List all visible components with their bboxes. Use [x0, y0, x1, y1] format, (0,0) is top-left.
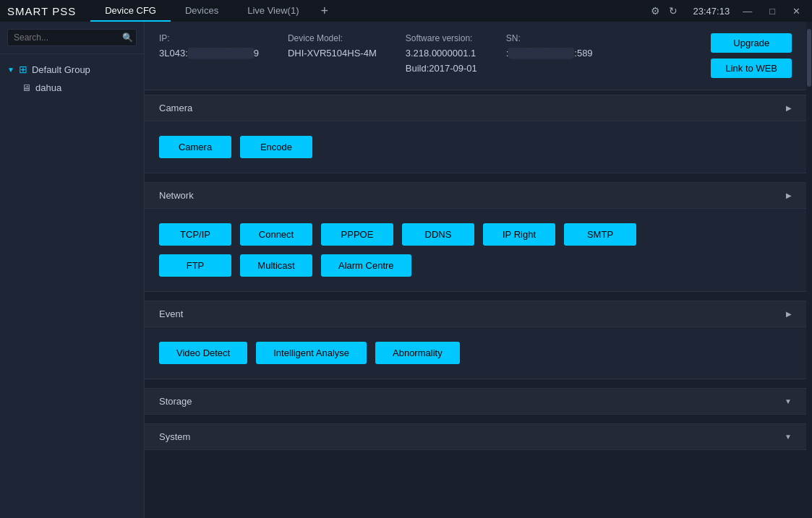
- title-bar: SMART PSS Device CFG Devices Live View(1…: [0, 0, 812, 22]
- sw-group: Software version: 3.218.0000001.1 Build:…: [406, 33, 477, 74]
- storage-section-header[interactable]: Storage ▼: [145, 388, 806, 415]
- connect-button[interactable]: Connect: [240, 223, 312, 246]
- network-arrow-icon: ▶: [786, 191, 792, 199]
- model-group: Device Model: DHI-XVR5104HS-4M: [288, 33, 377, 59]
- refresh-icon[interactable]: ↻: [669, 5, 678, 17]
- search-bar: 🔍: [0, 22, 144, 54]
- ip-group: IP: 3L043:█████████9: [159, 33, 259, 59]
- ddns-button[interactable]: DDNS: [402, 223, 474, 246]
- device-tree: ▼ ⊞ Default Group 🖥 dahua: [0, 54, 144, 518]
- model-label: Device Model:: [288, 33, 377, 43]
- logo-normal: SMART: [7, 5, 52, 17]
- storage-section-title: Storage: [159, 396, 192, 407]
- camera-arrow-icon: ▶: [786, 104, 792, 112]
- upgrade-button[interactable]: Upgrade: [711, 33, 792, 53]
- tree-child-dahua[interactable]: 🖥 dahua: [0, 79, 144, 97]
- alarm-centre-button[interactable]: Alarm Centre: [321, 254, 411, 277]
- tab-add-button[interactable]: +: [314, 4, 336, 19]
- content-area: IP: 3L043:█████████9 Device Model: DHI-X…: [145, 22, 806, 518]
- restore-button[interactable]: □: [765, 6, 779, 17]
- app-logo: SMART PSS: [7, 5, 76, 17]
- main-layout: 🔍 ▼ ⊞ Default Group 🖥 dahua IP: 3L04: [0, 22, 812, 518]
- network-section-header[interactable]: Network ▶: [145, 182, 806, 209]
- close-button[interactable]: ✕: [788, 6, 805, 17]
- device-icon: 🖥: [22, 82, 31, 93]
- sw-version: 3.218.0000001.1: [406, 48, 477, 59]
- ftp-button[interactable]: FTP: [159, 254, 231, 277]
- sn-label: SN:: [506, 33, 593, 43]
- multicast-button[interactable]: Multicast: [240, 254, 312, 277]
- tab-devices[interactable]: Devices: [171, 0, 233, 22]
- scrollbar[interactable]: [806, 22, 812, 518]
- camera-section-body: Camera Encode: [145, 121, 806, 173]
- tree-child-label: dahua: [35, 82, 61, 93]
- event-section-header[interactable]: Event ▶: [145, 301, 806, 327]
- camera-section-header[interactable]: Camera ▶: [145, 95, 806, 121]
- event-arrow-icon: ▶: [786, 310, 792, 318]
- system-section-title: System: [159, 431, 190, 442]
- ip-label: IP:: [159, 33, 259, 43]
- settings-icon[interactable]: ⚙: [651, 5, 660, 17]
- storage-arrow-icon: ▼: [785, 397, 792, 405]
- pppoe-button[interactable]: PPPOE: [321, 223, 393, 246]
- sn-group: SN: :█████████:589: [506, 33, 593, 59]
- sn-value: :█████████:589: [506, 48, 593, 59]
- system-section: System ▼: [145, 423, 806, 450]
- model-value: DHI-XVR5104HS-4M: [288, 48, 377, 59]
- event-section-body: Video Detect Intelligent Analyse Abnorma…: [145, 327, 806, 379]
- camera-section-title: Camera: [159, 103, 192, 113]
- minimize-button[interactable]: —: [738, 6, 756, 17]
- tab-bar: Device CFG Devices Live View(1) +: [90, 0, 650, 22]
- logo-bold: PSS: [52, 5, 76, 17]
- scrollbar-thumb[interactable]: [807, 29, 811, 87]
- tree-group-default[interactable]: ▼ ⊞ Default Group: [0, 60, 144, 79]
- sw-build: Build:2017-09-01: [406, 63, 477, 74]
- video-detect-button[interactable]: Video Detect: [159, 342, 247, 364]
- system-section-header[interactable]: System ▼: [145, 423, 806, 450]
- tree-group-label: Default Group: [32, 64, 90, 75]
- event-section: Event ▶ Video Detect Intelligent Analyse…: [145, 301, 806, 379]
- ip-value: 3L043:█████████9: [159, 48, 259, 59]
- ip-right-button[interactable]: IP Right: [483, 223, 555, 246]
- system-arrow-icon: ▼: [785, 433, 792, 441]
- window-controls: ⚙ ↻ 23:47:13 — □ ✕: [651, 5, 805, 17]
- event-section-title: Event: [159, 308, 183, 319]
- device-info-panel: IP: 3L043:█████████9 Device Model: DHI-X…: [145, 22, 806, 90]
- camera-button[interactable]: Camera: [159, 136, 231, 158]
- camera-section: Camera ▶ Camera Encode: [145, 95, 806, 173]
- intelligent-analyse-button[interactable]: Intelligent Analyse: [256, 342, 367, 364]
- tcpip-button[interactable]: TCP/IP: [159, 223, 231, 246]
- encode-button[interactable]: Encode: [240, 136, 312, 158]
- network-section-body: TCP/IP Connect PPPOE DDNS IP Right SMTP …: [145, 209, 806, 292]
- network-section: Network ▶ TCP/IP Connect PPPOE DDNS IP R…: [145, 182, 806, 292]
- sw-label: Software version:: [406, 33, 477, 43]
- clock: 23:47:13: [693, 6, 730, 17]
- info-buttons: Upgrade Link to WEB: [711, 33, 792, 78]
- smtp-button[interactable]: SMTP: [564, 223, 636, 246]
- search-wrap: 🔍: [7, 29, 137, 46]
- sidebar: 🔍 ▼ ⊞ Default Group 🖥 dahua: [0, 22, 145, 518]
- link-web-button[interactable]: Link to WEB: [711, 59, 792, 78]
- search-icon: 🔍: [122, 33, 133, 43]
- tab-live-view[interactable]: Live View(1): [233, 0, 313, 22]
- storage-section: Storage ▼: [145, 388, 806, 415]
- abnormality-button[interactable]: Abnormality: [375, 342, 460, 364]
- tab-device-cfg[interactable]: Device CFG: [90, 0, 171, 22]
- network-section-title: Network: [159, 190, 194, 201]
- search-input[interactable]: [14, 33, 122, 43]
- group-icon: ⊞: [19, 64, 27, 75]
- tree-arrow-icon: ▼: [7, 66, 14, 74]
